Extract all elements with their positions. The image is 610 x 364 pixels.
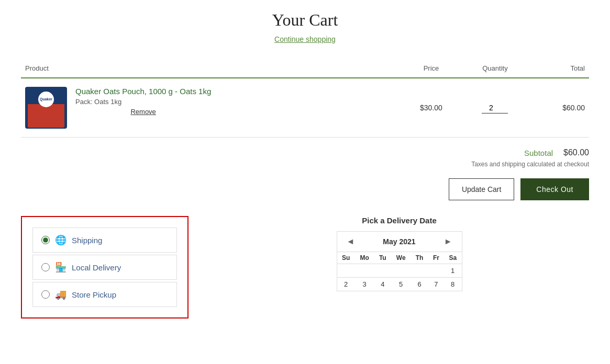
col-header-total: Total bbox=[529, 59, 589, 78]
product-name: Quaker Oats Pouch, 1000 g - Oats 1kg bbox=[75, 87, 211, 96]
store-pickup-icon: 🚚 bbox=[55, 289, 66, 300]
checkout-button[interactable]: Check Out bbox=[520, 178, 589, 200]
delivery-option-local[interactable]: 🏪 Local Delivery bbox=[32, 255, 177, 280]
cal-day-empty bbox=[411, 264, 428, 278]
table-row: Quaker Quaker Oats Pouch, 1000 g - Oats … bbox=[21, 78, 589, 138]
cal-day-empty bbox=[355, 264, 374, 278]
calendar-prev-button[interactable] bbox=[343, 236, 358, 247]
product-total: $60.00 bbox=[529, 78, 589, 138]
calendar-next-button[interactable] bbox=[441, 236, 456, 247]
cart-table: Product Price Quantity Total Quaker bbox=[21, 59, 589, 138]
cal-day-7[interactable]: 7 bbox=[428, 278, 444, 291]
subtotal-label: Subtotal bbox=[524, 149, 553, 157]
continue-shopping-link[interactable]: Continue shopping bbox=[274, 35, 336, 43]
local-delivery-icon: 🏪 bbox=[55, 261, 66, 273]
product-cell: Quaker Quaker Oats Pouch, 1000 g - Oats … bbox=[25, 87, 397, 129]
cal-day-1[interactable]: 1 bbox=[444, 264, 462, 278]
col-header-quantity: Quantity bbox=[461, 59, 529, 78]
cal-day-empty bbox=[374, 264, 391, 278]
calendar-week-1: 1 bbox=[337, 264, 462, 278]
cal-day-2[interactable]: 2 bbox=[337, 278, 355, 291]
delivery-options-panel: 🌐 Shipping 🏪 Local Delivery 🚚 Store Pick… bbox=[21, 216, 188, 318]
calendar-header: May 2021 bbox=[337, 232, 462, 252]
calendar-title: Pick a Delivery Date bbox=[209, 216, 589, 225]
day-we: We bbox=[391, 252, 411, 264]
cal-day-empty bbox=[391, 264, 411, 278]
cal-day-4[interactable]: 4 bbox=[374, 278, 391, 291]
col-header-price: Price bbox=[401, 59, 461, 78]
cal-day-8[interactable]: 8 bbox=[444, 278, 462, 291]
shipping-icon: 🌐 bbox=[55, 234, 66, 246]
product-logo: Quaker bbox=[38, 92, 54, 107]
bottom-section: 🌐 Shipping 🏪 Local Delivery 🚚 Store Pick… bbox=[21, 216, 589, 318]
local-delivery-radio[interactable] bbox=[41, 263, 50, 271]
delivery-option-shipping[interactable]: 🌐 Shipping bbox=[32, 228, 177, 253]
tax-note: Taxes and shipping calculated at checkou… bbox=[471, 161, 589, 168]
product-image: Quaker bbox=[25, 87, 67, 129]
col-header-product: Product bbox=[21, 59, 401, 78]
remove-button[interactable]: Remove bbox=[75, 108, 211, 116]
cart-actions: Update Cart Check Out bbox=[21, 178, 589, 200]
product-info: Quaker Oats Pouch, 1000 g - Oats 1kg Pac… bbox=[75, 87, 211, 116]
store-pickup-radio[interactable] bbox=[41, 290, 50, 299]
calendar-section: Pick a Delivery Date May 2021 Su Mo Tu W… bbox=[209, 216, 589, 318]
day-su: Su bbox=[337, 252, 355, 264]
day-tu: Tu bbox=[374, 252, 391, 264]
calendar-container: May 2021 Su Mo Tu We Th Fr Sa bbox=[337, 231, 462, 291]
store-pickup-label[interactable]: Store Pickup bbox=[72, 290, 116, 299]
day-mo: Mo bbox=[355, 252, 374, 264]
cal-day-5[interactable]: 5 bbox=[391, 278, 411, 291]
subtotal-amount: $60.00 bbox=[563, 148, 589, 157]
local-delivery-label[interactable]: Local Delivery bbox=[72, 263, 121, 272]
shipping-label[interactable]: Shipping bbox=[72, 236, 102, 245]
calendar-week-2: 2 3 4 5 6 7 8 bbox=[337, 278, 462, 291]
page-title: Your Cart bbox=[21, 10, 589, 30]
calendar-month: May 2021 bbox=[383, 237, 415, 246]
day-sa: Sa bbox=[444, 252, 462, 264]
update-cart-button[interactable]: Update Cart bbox=[449, 178, 514, 200]
shipping-radio[interactable] bbox=[41, 236, 50, 244]
calendar-grid: Su Mo Tu We Th Fr Sa bbox=[337, 252, 462, 291]
cart-summary: Subtotal $60.00 Taxes and shipping calcu… bbox=[21, 148, 589, 168]
delivery-option-pickup[interactable]: 🚚 Store Pickup bbox=[32, 282, 177, 307]
day-th: Th bbox=[411, 252, 428, 264]
product-pack: Pack: Oats 1kg bbox=[75, 98, 211, 106]
product-price: $30.00 bbox=[401, 78, 461, 138]
cal-day-empty bbox=[428, 264, 444, 278]
cal-day-empty bbox=[337, 264, 355, 278]
quantity-input[interactable] bbox=[482, 103, 508, 113]
cal-day-3[interactable]: 3 bbox=[355, 278, 374, 291]
day-fr: Fr bbox=[428, 252, 444, 264]
cal-day-6[interactable]: 6 bbox=[411, 278, 428, 291]
